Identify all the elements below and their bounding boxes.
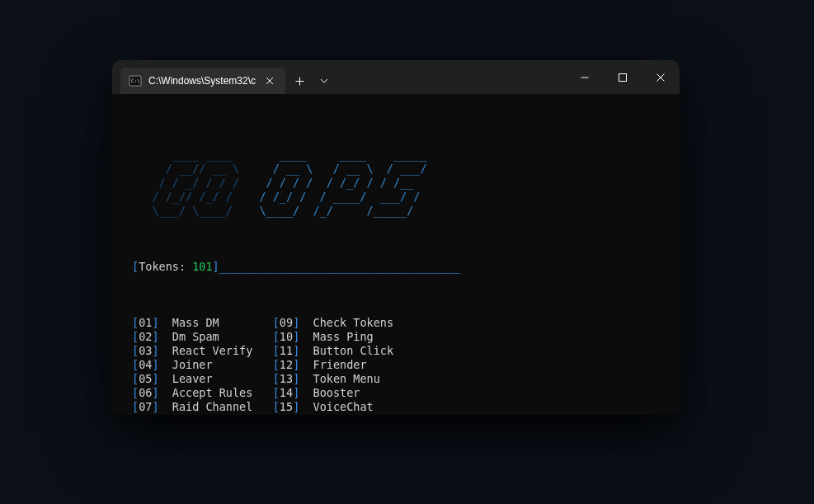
- terminal-window: C:\ C:\Windows\System32\cmd.e: [112, 60, 680, 415]
- chevron-down-icon: [320, 78, 328, 83]
- svg-text:C:\: C:\: [131, 78, 140, 83]
- maximize-icon: [619, 73, 627, 82]
- svg-rect-7: [619, 73, 627, 81]
- menu-row: [01] Mass DM [09] Check Tokens: [132, 316, 680, 330]
- close-window-button[interactable]: [642, 60, 680, 94]
- maximize-button[interactable]: [604, 60, 642, 94]
- menu-row: [05] Leaver [13] Token Menu: [132, 372, 680, 386]
- minimize-icon: [581, 73, 589, 82]
- status-fill: ____________________________________: [219, 260, 461, 273]
- tokens-label: Tokens:: [139, 260, 192, 273]
- new-tab-button[interactable]: [285, 68, 313, 94]
- terminal-body[interactable]: ____ ____ ____ ____ _____ / __// __ \ / …: [112, 94, 680, 415]
- tokens-value: 101: [192, 260, 212, 273]
- menu-row: [06] Accept Rules [14] Booster: [132, 386, 680, 400]
- window-controls: [566, 60, 680, 94]
- ascii-art-logo: ____ ____ ____ ____ _____ / __// __ \ / …: [132, 134, 680, 218]
- minimize-button[interactable]: [566, 60, 604, 94]
- tab-close-button[interactable]: [262, 73, 277, 88]
- menu-list: [01] Mass DM [09] Check Tokens[02] Dm Sp…: [112, 316, 680, 415]
- titlebar: C:\ C:\Windows\System32\cmd.e: [112, 60, 680, 94]
- menu-row: [02] Dm Spam [10] Mass Ping: [132, 330, 680, 344]
- cmd-icon: C:\: [129, 74, 142, 87]
- close-icon: [266, 77, 274, 85]
- menu-row: [04] Joiner [12] Friender: [132, 358, 680, 372]
- tab-dropdown-button[interactable]: [313, 68, 335, 94]
- tab-strip: C:\ C:\Windows\System32\cmd.e: [112, 60, 335, 94]
- tab-title: C:\Windows\System32\cmd.e: [148, 75, 256, 87]
- menu-row: [03] React Verify [11] Button Click: [132, 344, 680, 358]
- plus-icon: [295, 77, 304, 86]
- close-icon: [656, 73, 665, 82]
- status-line: [Tokens: 101]___________________________…: [132, 260, 680, 274]
- tab-active[interactable]: C:\ C:\Windows\System32\cmd.e: [120, 68, 285, 94]
- menu-row: [07] Raid Channel [15] VoiceChat: [132, 400, 680, 414]
- menu-row: [08] Scrape Users [16] Onboarding: [132, 414, 680, 415]
